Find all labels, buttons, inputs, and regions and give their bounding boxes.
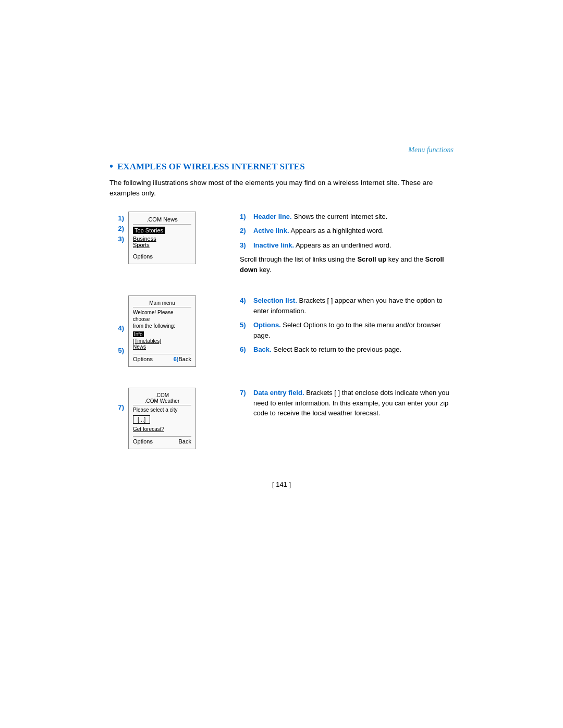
screen3-link: Get forecast? [133, 426, 191, 432]
desc-2-1: 4) Selection list. Brackets [ ] appear w… [240, 295, 454, 316]
example-row-2: 4) 5) Main menu Welcome! Please choose f… [109, 295, 454, 367]
screen2-bracket: Info [133, 331, 191, 337]
example-row-1: 1) 2) 3) .COM News Top Stories Business [109, 212, 454, 275]
screen2-link1: [Timetables] [133, 338, 191, 344]
label-2: 2) [118, 225, 124, 232]
desc-1-1: 1) Header line. Shows the current Intern… [240, 212, 454, 222]
labels-col-3: 7) [109, 388, 124, 411]
phone-screen-1: .COM News Top Stories Business Sports Op… [128, 212, 196, 264]
example-row-3: 7) .COM .COM Weather Please select a cit… [109, 388, 454, 449]
examples-container: 1) 2) 3) .COM News Top Stories Business [109, 212, 454, 450]
screen1-link2: Sports [133, 242, 191, 248]
label-7: 7) [118, 403, 124, 411]
descriptions-3: 7) Data entry field. Brackets [ ] that e… [240, 388, 454, 423]
screen3-footer: Options Back [133, 436, 191, 445]
desc-2-3: 6) Back. Select Back to return to the pr… [240, 344, 454, 355]
labels-col-1: 1) 2) 3) [109, 212, 124, 242]
desc-1-3: 3) Inactive link. Appears as an underlin… [240, 240, 454, 251]
screen1-highlight: Top Stories [133, 227, 191, 234]
screen1-header: .COM News [133, 216, 191, 225]
phone-screen-area-1: 1) 2) 3) .COM News Top Stories Business [109, 212, 224, 264]
screen3-title: .COM .COM Weather [133, 392, 191, 405]
label-5: 5) [118, 347, 124, 354]
phone-screen-area-2: 4) 5) Main menu Welcome! Please choose f… [109, 295, 224, 367]
phone-screen-2: Main menu Welcome! Please choose from th… [128, 295, 196, 367]
descriptions-1: 1) Header line. Shows the current Intern… [240, 212, 454, 275]
labels-col-2: 4) 5) [109, 295, 124, 354]
scroll-note: Scroll through the list of links using t… [240, 254, 454, 275]
label-4: 4) [118, 324, 124, 332]
page: Menu functions • EXAMPLES OF WIRELESS IN… [0, 0, 563, 728]
screen2-footer: Options 6)Back [133, 354, 191, 362]
screen2-title: Main menu [133, 300, 191, 307]
phone-screen-3: .COM .COM Weather Please select a city [… [128, 388, 196, 449]
phone-screen-area-3: 7) .COM .COM Weather Please select a cit… [109, 388, 224, 449]
desc-3-1: 7) Data entry field. Brackets [ ] that e… [240, 388, 454, 418]
label-3: 3) [118, 236, 124, 242]
screen2-body: Welcome! Please choose from the followin… [133, 309, 191, 329]
screen3-bracket: [...] [133, 414, 191, 425]
screen1-options: Options [133, 253, 191, 260]
label-1: 1) [118, 215, 124, 221]
bullet-icon: • [109, 161, 113, 172]
section-intro: The following illustrations show most of… [109, 178, 454, 199]
screen3-city: Please select a city [133, 407, 191, 413]
content-area: Menu functions • EXAMPLES OF WIRELESS IN… [47, 0, 516, 530]
screen2-link2: News [133, 344, 191, 350]
descriptions-2: 4) Selection list. Brackets [ ] appear w… [240, 295, 454, 359]
screen1-link1: Business [133, 236, 191, 242]
desc-1-2: 2) Active link. Appears as a highlighted… [240, 226, 454, 236]
page-number: [ 141 ] [109, 480, 454, 488]
desc-2-2: 5) Options. Select Options to go to the … [240, 320, 454, 340]
section-title: • EXAMPLES OF WIRELESS INTERNET SITES [109, 161, 454, 172]
menu-functions-label: Menu functions [109, 146, 454, 154]
